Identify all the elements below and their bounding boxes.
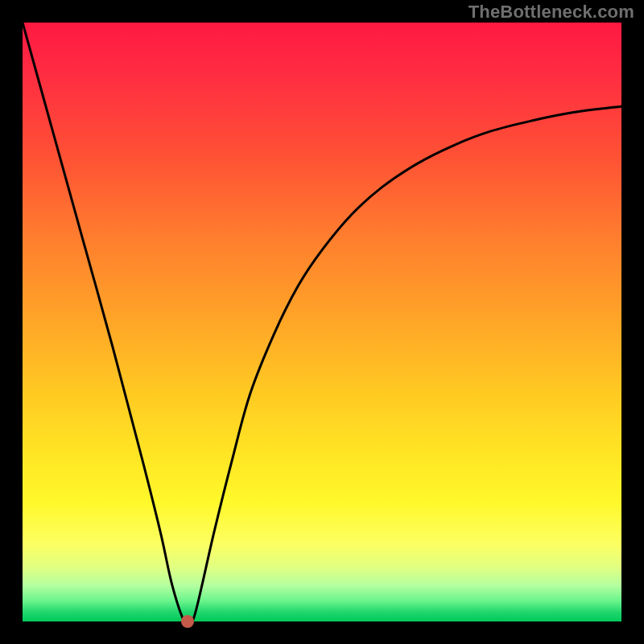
plot-area [23, 23, 621, 621]
curve-path [23, 23, 621, 621]
watermark-text: TheBottleneck.com [469, 2, 634, 23]
minimum-marker-dot [181, 615, 194, 628]
curve-svg [23, 23, 621, 621]
chart-frame: TheBottleneck.com [0, 0, 644, 644]
